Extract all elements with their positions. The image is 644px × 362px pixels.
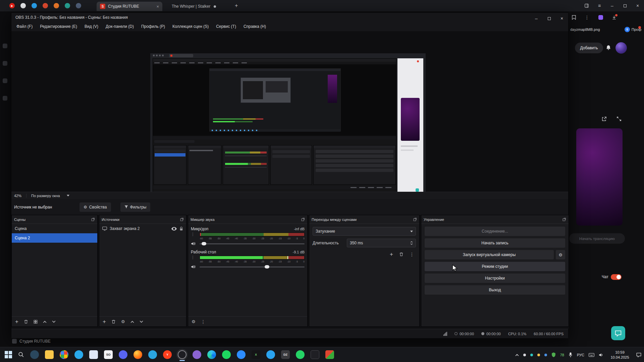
- downloads-icon[interactable]: [612, 15, 616, 20]
- side-toolbar-icon[interactable]: [3, 44, 7, 48]
- dock-popout-icon[interactable]: [301, 218, 305, 221]
- volume-slider[interactable]: [200, 241, 305, 246]
- extension-icon[interactable]: [598, 15, 603, 20]
- taskbar-icon-edge[interactable]: [207, 350, 216, 359]
- user-avatar[interactable]: [615, 42, 627, 54]
- taskbar-icon-whatsapp[interactable]: [296, 350, 305, 359]
- zoom-mode[interactable]: По размеру окна: [31, 194, 60, 198]
- side-toolbar-icon[interactable]: [3, 61, 7, 66]
- taskbar-icon-spotify[interactable]: [222, 350, 231, 359]
- taskbar-icon-firefox[interactable]: [133, 350, 142, 359]
- pinned-tab-icon-6[interactable]: [65, 3, 70, 8]
- rutube-add-button[interactable]: Добавить: [575, 43, 603, 53]
- taskbar-icon-skype[interactable]: [74, 350, 83, 359]
- volume-icon[interactable]: [599, 353, 603, 357]
- tab-close-icon[interactable]: ×: [156, 4, 159, 9]
- add-source-icon[interactable]: +: [103, 319, 106, 324]
- browser-panel-icon[interactable]: [580, 0, 593, 11]
- taskbar-icon-obs-active[interactable]: [178, 350, 186, 359]
- menu-edit[interactable]: Редактирование (E): [36, 24, 81, 29]
- browser-close-button[interactable]: ×: [631, 0, 644, 11]
- pinned-tab-icon-4[interactable]: [43, 3, 48, 8]
- pinned-tab-icon-2[interactable]: [20, 3, 26, 8]
- mixer-dock-header[interactable]: Микшер звука: [188, 215, 307, 224]
- remove-scene-icon[interactable]: [24, 319, 28, 324]
- source-visibility-eye-icon[interactable]: [171, 227, 177, 231]
- zoom-level[interactable]: 42%: [14, 194, 21, 198]
- browser-maximize-button[interactable]: [619, 0, 631, 11]
- taskbar-clock[interactable]: 10:59 10.04.2025: [608, 350, 632, 360]
- speaker-icon[interactable]: [191, 265, 200, 269]
- scene-item-2-selected[interactable]: Сцена 2: [12, 233, 97, 243]
- speaker-icon[interactable]: [191, 242, 200, 246]
- chat-fab-button[interactable]: [611, 326, 625, 340]
- mixer-menu-icon[interactable]: ⋮: [201, 319, 206, 324]
- move-source-up-icon[interactable]: [130, 320, 134, 323]
- remove-transition-icon[interactable]: [399, 252, 404, 256]
- keyboard-icon[interactable]: [589, 353, 594, 357]
- move-scene-down-icon[interactable]: [52, 320, 56, 323]
- new-tab-button[interactable]: +: [235, 3, 238, 9]
- transition-menu-icon[interactable]: ⋮: [410, 252, 415, 257]
- spin-down-icon[interactable]: [410, 243, 413, 245]
- slider-knob[interactable]: [265, 265, 269, 268]
- menu-scene-collection[interactable]: Коллекция сцен (S): [169, 24, 212, 29]
- defender-shield-icon[interactable]: [551, 352, 556, 357]
- tab-rutube-studio[interactable]: S Студия RUTUBE ×: [97, 2, 162, 11]
- tab-stalker[interactable]: The Whisper | Stalker: [168, 2, 234, 11]
- taskbar-icon-yandex[interactable]: Y: [163, 350, 172, 359]
- menu-help[interactable]: Справка (H): [240, 24, 270, 29]
- pinned-tab-icon-3[interactable]: [32, 3, 37, 8]
- remove-source-icon[interactable]: [111, 319, 116, 324]
- menu-tools[interactable]: Сервис (T): [212, 24, 240, 29]
- tray-expand-chevron-icon[interactable]: [515, 354, 519, 356]
- taskbar-icon-xbox[interactable]: X: [252, 350, 260, 359]
- move-source-down-icon[interactable]: [140, 320, 143, 323]
- spinner-buttons[interactable]: [410, 241, 413, 245]
- taskbar-icon-steam[interactable]: [30, 350, 39, 359]
- transition-select[interactable]: Затухание: [313, 227, 416, 236]
- taskbar-icon-chrome[interactable]: [60, 350, 68, 359]
- duration-input[interactable]: 350 ms: [347, 239, 416, 247]
- side-toolbar-icon[interactable]: [3, 78, 7, 83]
- spin-up-icon[interactable]: [410, 241, 413, 243]
- gpu-temp-indicator[interactable]: 78: [560, 353, 564, 357]
- exit-button[interactable]: Выход: [425, 285, 565, 295]
- pinned-tab-icon-1[interactable]: ▶: [9, 3, 15, 8]
- add-scene-icon[interactable]: +: [15, 319, 18, 324]
- taskbar-icon-app-2[interactable]: [193, 350, 201, 359]
- microphone-icon[interactable]: [569, 352, 573, 358]
- action-center-icon[interactable]: [636, 353, 641, 357]
- browser-minimize-button[interactable]: –: [606, 0, 619, 11]
- start-button[interactable]: [5, 351, 12, 358]
- tray-icon-2[interactable]: [530, 354, 533, 356]
- background-tab-row[interactable]: Студия RUTUBE: [12, 339, 51, 344]
- obs-titlebar[interactable]: OBS 31.0.3 - Профиль: Без названия - Сце…: [11, 13, 568, 22]
- scene-filters-icon[interactable]: [34, 320, 38, 324]
- pinned-tab-icon-7[interactable]: [76, 3, 81, 8]
- add-transition-icon[interactable]: +: [390, 251, 393, 257]
- download-item-name[interactable]: dayzmap8MB.png: [570, 27, 600, 32]
- source-lock-icon[interactable]: [179, 227, 183, 231]
- scenes-dock-header[interactable]: Сцены: [12, 215, 97, 224]
- language-indicator[interactable]: РУС: [577, 353, 584, 357]
- start-recording-button[interactable]: Начать запись: [425, 238, 565, 248]
- filters-button[interactable]: Фильтры: [120, 202, 151, 212]
- side-toolbar-icon[interactable]: [3, 96, 7, 101]
- taskbar-icon-telegram[interactable]: [148, 350, 157, 359]
- dock-popout-icon[interactable]: [180, 218, 184, 221]
- source-properties-gear-icon[interactable]: ⚙: [121, 319, 125, 324]
- notifications-bell-icon[interactable]: [606, 45, 611, 51]
- tray-icon-4[interactable]: [544, 354, 547, 356]
- move-scene-up-icon[interactable]: [43, 320, 47, 323]
- taskbar-icon-explorer[interactable]: [45, 350, 54, 359]
- dock-popout-icon[interactable]: [91, 218, 95, 221]
- menu-profile[interactable]: Профиль (P): [138, 24, 169, 29]
- settings-button[interactable]: Настройки: [425, 274, 565, 283]
- taskbar-icon-zoom[interactable]: [237, 350, 246, 359]
- mixer-settings-gear-icon[interactable]: ⚙: [192, 319, 196, 324]
- menu-docks[interactable]: Док-панели (D): [102, 24, 138, 29]
- tray-icon-3[interactable]: [537, 354, 540, 356]
- properties-button[interactable]: ⚙ Свойства: [79, 202, 111, 212]
- source-item-screen-capture[interactable]: Захват экрана 2: [99, 224, 186, 233]
